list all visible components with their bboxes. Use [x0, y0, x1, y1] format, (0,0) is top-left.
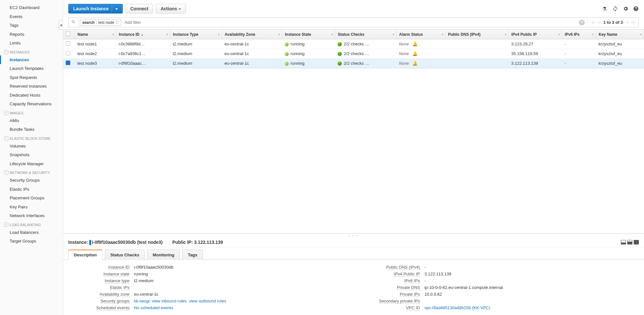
- nav-item[interactable]: Security Groups: [0, 176, 63, 185]
- panel-resize-handle[interactable]: ● ● ●: [63, 233, 644, 238]
- nav-item[interactable]: Reports: [0, 30, 63, 39]
- sidebar-collapse-button[interactable]: ◀: [59, 20, 63, 30]
- column-header[interactable]: IPv6 IPs▾: [562, 30, 596, 39]
- actions-button[interactable]: Actions: [156, 4, 186, 14]
- running-icon: [285, 52, 289, 56]
- table-row[interactable]: test node2 i-0c7a936c1… t2.medium eu-cen…: [63, 49, 644, 59]
- nav-item[interactable]: Spot Requests: [0, 73, 63, 82]
- nav-item[interactable]: Target Groups: [0, 237, 63, 246]
- layout-full-button[interactable]: [634, 240, 639, 244]
- column-header[interactable]: Availability Zone▾: [222, 30, 282, 39]
- column-header[interactable]: IPv4 Public IP▾: [509, 30, 562, 39]
- row-checkbox[interactable]: [66, 41, 70, 46]
- nav-group-header[interactable]: Instances: [0, 48, 63, 55]
- field-value[interactable]: vpc-0fad485130a48b159 (KK-VPC): [425, 305, 638, 310]
- nav-item[interactable]: Dedicated Hosts: [0, 91, 63, 100]
- field-value: ip-10-0-0-62.eu-central-1.compute.intern…: [425, 285, 638, 290]
- nav-item[interactable]: Reserved Instances: [0, 82, 63, 91]
- filter-input[interactable]: [122, 18, 576, 27]
- experiments-icon[interactable]: ⚗: [602, 6, 608, 12]
- column-header[interactable]: Alarm Status▾: [396, 30, 445, 39]
- nav-item[interactable]: Limits: [0, 39, 63, 48]
- nav-item[interactable]: Events: [0, 12, 63, 21]
- layout-medium-button[interactable]: [627, 240, 632, 244]
- filter-tag[interactable]: search : test node ⓧ: [80, 19, 121, 26]
- nav-item[interactable]: Load Balancers: [0, 228, 63, 237]
- page-prev-button[interactable]: <: [597, 19, 601, 25]
- launch-instance-dropdown[interactable]: [112, 6, 118, 11]
- page-range-text: 1 to 3 of 3: [603, 20, 623, 25]
- column-header[interactable]: Name▾: [75, 30, 116, 39]
- alarm-icon[interactable]: 🔔: [412, 42, 418, 47]
- tab[interactable]: Description: [68, 250, 102, 260]
- column-header[interactable]: Public DNS (IPv4)▾: [445, 30, 509, 39]
- filter-help-icon[interactable]: ?: [579, 20, 585, 25]
- remove-filter-icon[interactable]: ⓧ: [115, 20, 119, 25]
- nav-group-header[interactable]: Images: [0, 109, 63, 116]
- tab[interactable]: Monitoring: [147, 250, 180, 260]
- panel-layout-controls: [621, 240, 639, 244]
- nav-item[interactable]: AMIs: [0, 116, 63, 125]
- nav-item[interactable]: Lifecycle Manager: [0, 159, 63, 168]
- tab[interactable]: Status Checks: [105, 250, 145, 260]
- field-value: running: [134, 272, 347, 276]
- nav-item[interactable]: Volumes: [0, 142, 63, 151]
- cell-keyname: krzysztof_eu: [596, 59, 644, 68]
- field-value[interactable]: No scheduled events: [134, 305, 347, 310]
- nav-group-header[interactable]: Elastic Block Store: [0, 134, 63, 142]
- row-checkbox[interactable]: [66, 61, 70, 65]
- nav-item[interactable]: Key Pairs: [0, 203, 63, 212]
- column-header[interactable]: Instance State▾: [282, 30, 335, 39]
- alarm-icon[interactable]: 🔔: [412, 61, 418, 66]
- field-label: Availability zone: [70, 292, 134, 297]
- cell-ipv4: 3.123.29.27: [509, 39, 562, 49]
- selection-indicator-icon: [89, 240, 91, 245]
- nav-item[interactable]: Snapshots: [0, 150, 63, 159]
- running-icon: [285, 62, 289, 66]
- select-all-checkbox[interactable]: [66, 32, 70, 36]
- field-value: 10.0.0.62: [425, 292, 638, 297]
- column-header[interactable]: Instance Type▾: [170, 30, 222, 39]
- launch-instance-button[interactable]: Launch Instance: [68, 4, 123, 14]
- nav-item[interactable]: Elastic IPs: [0, 185, 63, 194]
- nav-item[interactable]: Capacity Reservations: [0, 100, 63, 109]
- table-row[interactable]: test node3 i-0f9f10aaac… t2.medium eu-ce…: [63, 59, 644, 68]
- alarm-icon[interactable]: 🔔: [412, 51, 418, 56]
- settings-icon[interactable]: [623, 6, 629, 12]
- launch-instance-label: Launch Instance: [73, 6, 109, 11]
- connect-button[interactable]: Connect: [125, 4, 153, 14]
- nav-item[interactable]: Bundle Tasks: [0, 125, 63, 134]
- field-label: Instance type: [70, 278, 134, 283]
- nav-group-header[interactable]: Load Balancing: [0, 220, 63, 228]
- page-first-button[interactable]: |<: [591, 19, 596, 25]
- field-label: Private DNS: [360, 285, 425, 290]
- nav-group-header[interactable]: Network & Security: [0, 168, 63, 176]
- table-row[interactable]: test node1 i-0c3988f9d… t2.medium eu-cen…: [63, 39, 644, 49]
- column-header[interactable]: Instance ID▲▾: [116, 30, 170, 39]
- help-icon[interactable]: [633, 6, 639, 12]
- nav-item[interactable]: Launch Templates: [0, 64, 63, 73]
- field-value: t2.medium: [134, 278, 347, 283]
- nav-item[interactable]: Placement Groups: [0, 194, 63, 203]
- column-header[interactable]: Key Name▾: [596, 30, 644, 39]
- tab[interactable]: Tags: [182, 250, 203, 260]
- page-last-button[interactable]: >|: [630, 19, 635, 25]
- field-value: -: [425, 265, 638, 270]
- column-header[interactable]: Status Checks▾: [335, 30, 396, 39]
- nav-item[interactable]: Tags: [0, 21, 63, 30]
- cell-public-dns: [445, 49, 509, 59]
- status-ok-icon: [338, 52, 342, 56]
- detail-body: Instance IDi-0f9f10aaac50030dbInstance s…: [63, 260, 644, 315]
- nav-item[interactable]: EC2 Dashboard: [0, 3, 63, 12]
- row-checkbox[interactable]: [66, 51, 70, 55]
- detail-field: Secondary private IPs: [360, 298, 638, 304]
- cell-state: running: [282, 59, 335, 68]
- refresh-icon[interactable]: [612, 6, 618, 12]
- nav-item[interactable]: Instances: [0, 55, 63, 64]
- field-value[interactable]: kk-secgr. view inbound rules. view outbo…: [134, 299, 347, 303]
- field-value: eu-central-1c: [134, 292, 347, 297]
- nav-item[interactable]: Network Interfaces: [0, 211, 63, 220]
- cell-checks: 2/2 checks …: [335, 59, 396, 68]
- layout-small-button[interactable]: [621, 240, 626, 244]
- page-next-button[interactable]: >: [625, 19, 629, 25]
